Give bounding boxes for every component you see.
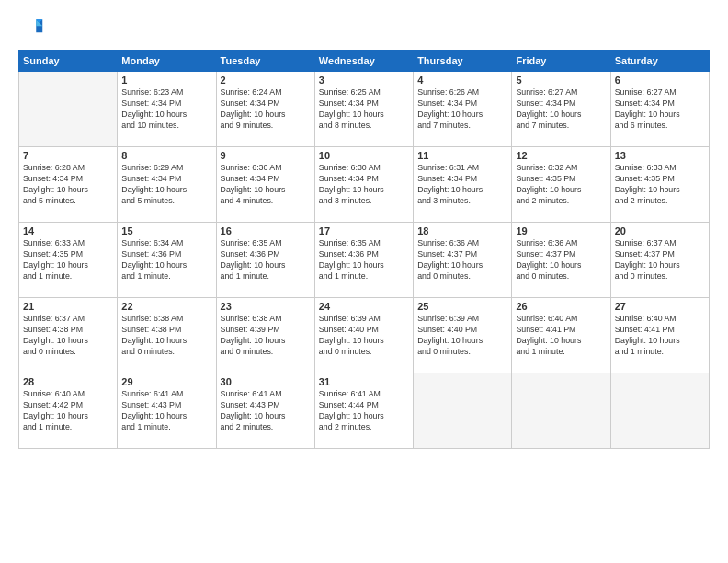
day-number: 21: [23, 301, 113, 312]
header: [18, 15, 710, 40]
day-info: Sunrise: 6:30 AM Sunset: 4:34 PM Dayligh…: [221, 163, 311, 207]
calendar-cell: 12Sunrise: 6:32 AM Sunset: 4:35 PM Dayli…: [512, 147, 610, 223]
day-header-tuesday: Tuesday: [216, 51, 314, 72]
day-number: 25: [417, 301, 507, 312]
day-number: 10: [319, 150, 409, 161]
day-number: 15: [121, 225, 211, 236]
day-number: 18: [417, 225, 507, 236]
calendar-cell: 30Sunrise: 6:41 AM Sunset: 4:43 PM Dayli…: [216, 373, 314, 449]
day-number: 24: [319, 301, 409, 312]
day-number: 5: [516, 75, 606, 86]
calendar-cell: 20Sunrise: 6:37 AM Sunset: 4:37 PM Dayli…: [610, 223, 709, 298]
calendar-cell: 26Sunrise: 6:40 AM Sunset: 4:41 PM Dayli…: [512, 298, 610, 373]
day-number: 11: [417, 150, 507, 161]
calendar-cell: 16Sunrise: 6:35 AM Sunset: 4:36 PM Dayli…: [216, 223, 314, 298]
day-number: 13: [615, 150, 705, 161]
day-number: 16: [221, 225, 311, 236]
day-info: Sunrise: 6:41 AM Sunset: 4:43 PM Dayligh…: [121, 389, 211, 433]
day-number: 30: [221, 376, 311, 387]
day-number: 14: [23, 225, 113, 236]
day-info: Sunrise: 6:23 AM Sunset: 4:34 PM Dayligh…: [121, 87, 211, 132]
day-number: 26: [516, 301, 606, 312]
calendar-cell: 15Sunrise: 6:34 AM Sunset: 4:36 PM Dayli…: [118, 223, 216, 298]
calendar-cell: 27Sunrise: 6:40 AM Sunset: 4:41 PM Dayli…: [610, 298, 709, 373]
day-info: Sunrise: 6:31 AM Sunset: 4:34 PM Dayligh…: [417, 163, 507, 207]
calendar-cell: 13Sunrise: 6:33 AM Sunset: 4:35 PM Dayli…: [610, 147, 709, 223]
calendar-cell: 4Sunrise: 6:26 AM Sunset: 4:34 PM Daylig…: [414, 72, 512, 147]
day-info: Sunrise: 6:36 AM Sunset: 4:37 PM Dayligh…: [516, 238, 606, 282]
calendar-cell: [414, 373, 512, 449]
day-info: Sunrise: 6:38 AM Sunset: 4:38 PM Dayligh…: [121, 314, 211, 358]
calendar-cell: 24Sunrise: 6:39 AM Sunset: 4:40 PM Dayli…: [314, 298, 413, 373]
day-info: Sunrise: 6:30 AM Sunset: 4:34 PM Dayligh…: [319, 163, 409, 207]
calendar-cell: 29Sunrise: 6:41 AM Sunset: 4:43 PM Dayli…: [118, 373, 216, 449]
day-info: Sunrise: 6:37 AM Sunset: 4:37 PM Dayligh…: [615, 238, 705, 282]
calendar-cell: 28Sunrise: 6:40 AM Sunset: 4:42 PM Dayli…: [19, 373, 118, 449]
calendar-cell: 7Sunrise: 6:28 AM Sunset: 4:34 PM Daylig…: [19, 147, 118, 223]
day-info: Sunrise: 6:38 AM Sunset: 4:39 PM Dayligh…: [221, 314, 311, 358]
day-number: 27: [615, 301, 705, 312]
day-number: 12: [516, 150, 606, 161]
day-number: 28: [23, 376, 113, 387]
calendar-week-row: 28Sunrise: 6:40 AM Sunset: 4:42 PM Dayli…: [19, 373, 710, 449]
day-info: Sunrise: 6:32 AM Sunset: 4:35 PM Dayligh…: [516, 163, 606, 207]
day-info: Sunrise: 6:33 AM Sunset: 4:35 PM Dayligh…: [615, 163, 705, 207]
calendar-cell: [512, 373, 610, 449]
calendar-cell: 23Sunrise: 6:38 AM Sunset: 4:39 PM Dayli…: [216, 298, 314, 373]
calendar-cell: 11Sunrise: 6:31 AM Sunset: 4:34 PM Dayli…: [414, 147, 512, 223]
day-info: Sunrise: 6:25 AM Sunset: 4:34 PM Dayligh…: [319, 87, 409, 132]
day-info: Sunrise: 6:27 AM Sunset: 4:34 PM Dayligh…: [615, 87, 705, 132]
day-number: 29: [121, 376, 211, 387]
day-info: Sunrise: 6:34 AM Sunset: 4:36 PM Dayligh…: [121, 238, 211, 282]
day-number: 9: [221, 150, 311, 161]
day-header-sunday: Sunday: [19, 51, 118, 72]
calendar-cell: 5Sunrise: 6:27 AM Sunset: 4:34 PM Daylig…: [512, 72, 610, 147]
day-info: Sunrise: 6:37 AM Sunset: 4:38 PM Dayligh…: [23, 314, 113, 358]
logo: [18, 15, 48, 40]
day-number: 8: [121, 150, 211, 161]
calendar-week-row: 1Sunrise: 6:23 AM Sunset: 4:34 PM Daylig…: [19, 72, 710, 147]
calendar-cell: [19, 72, 118, 147]
logo-icon: [18, 15, 44, 40]
calendar-week-row: 14Sunrise: 6:33 AM Sunset: 4:35 PM Dayli…: [19, 223, 710, 298]
calendar-cell: 6Sunrise: 6:27 AM Sunset: 4:34 PM Daylig…: [610, 72, 709, 147]
calendar-table: SundayMondayTuesdayWednesdayThursdayFrid…: [18, 50, 710, 449]
calendar-cell: 19Sunrise: 6:36 AM Sunset: 4:37 PM Dayli…: [512, 223, 610, 298]
day-header-friday: Friday: [512, 51, 610, 72]
day-header-thursday: Thursday: [414, 51, 512, 72]
day-info: Sunrise: 6:33 AM Sunset: 4:35 PM Dayligh…: [23, 238, 113, 282]
day-header-monday: Monday: [118, 51, 216, 72]
calendar-cell: 25Sunrise: 6:39 AM Sunset: 4:40 PM Dayli…: [414, 298, 512, 373]
day-info: Sunrise: 6:36 AM Sunset: 4:37 PM Dayligh…: [417, 238, 507, 282]
calendar-cell: 1Sunrise: 6:23 AM Sunset: 4:34 PM Daylig…: [118, 72, 216, 147]
day-number: 22: [121, 301, 211, 312]
page: SundayMondayTuesdayWednesdayThursdayFrid…: [0, 0, 728, 563]
day-info: Sunrise: 6:24 AM Sunset: 4:34 PM Dayligh…: [221, 87, 311, 132]
day-info: Sunrise: 6:39 AM Sunset: 4:40 PM Dayligh…: [319, 314, 409, 358]
day-number: 7: [23, 150, 113, 161]
calendar-cell: 3Sunrise: 6:25 AM Sunset: 4:34 PM Daylig…: [314, 72, 413, 147]
day-info: Sunrise: 6:29 AM Sunset: 4:34 PM Dayligh…: [121, 163, 211, 207]
calendar-cell: [610, 373, 709, 449]
calendar-cell: 2Sunrise: 6:24 AM Sunset: 4:34 PM Daylig…: [216, 72, 314, 147]
day-info: Sunrise: 6:39 AM Sunset: 4:40 PM Dayligh…: [417, 314, 507, 358]
calendar-cell: 17Sunrise: 6:35 AM Sunset: 4:36 PM Dayli…: [314, 223, 413, 298]
calendar-cell: 8Sunrise: 6:29 AM Sunset: 4:34 PM Daylig…: [118, 147, 216, 223]
day-header-wednesday: Wednesday: [314, 51, 413, 72]
day-number: 31: [319, 376, 409, 387]
day-number: 17: [319, 225, 409, 236]
calendar-cell: 18Sunrise: 6:36 AM Sunset: 4:37 PM Dayli…: [414, 223, 512, 298]
day-number: 3: [319, 75, 409, 86]
day-info: Sunrise: 6:40 AM Sunset: 4:42 PM Dayligh…: [23, 389, 113, 433]
calendar-week-row: 7Sunrise: 6:28 AM Sunset: 4:34 PM Daylig…: [19, 147, 710, 223]
day-number: 20: [615, 225, 705, 236]
day-number: 6: [615, 75, 705, 86]
day-info: Sunrise: 6:27 AM Sunset: 4:34 PM Dayligh…: [516, 87, 606, 132]
day-info: Sunrise: 6:41 AM Sunset: 4:44 PM Dayligh…: [319, 389, 409, 433]
day-number: 19: [516, 225, 606, 236]
day-info: Sunrise: 6:35 AM Sunset: 4:36 PM Dayligh…: [221, 238, 311, 282]
day-info: Sunrise: 6:40 AM Sunset: 4:41 PM Dayligh…: [615, 314, 705, 358]
day-info: Sunrise: 6:28 AM Sunset: 4:34 PM Dayligh…: [23, 163, 113, 207]
day-info: Sunrise: 6:40 AM Sunset: 4:41 PM Dayligh…: [516, 314, 606, 358]
day-header-saturday: Saturday: [610, 51, 709, 72]
